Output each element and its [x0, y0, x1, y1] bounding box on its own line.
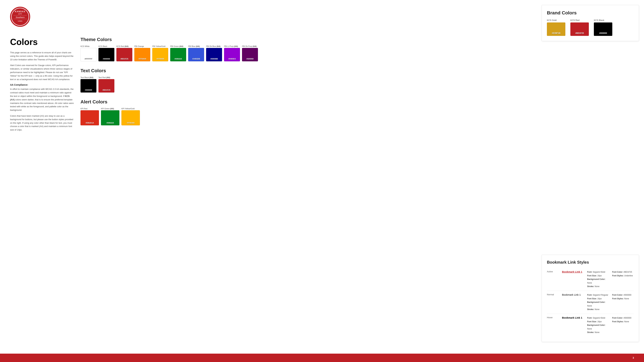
text-colors-title: Text Colors — [80, 68, 634, 73]
brand-swatch-black-box: #000000 — [594, 22, 612, 36]
theme-swatch-kcs-red-label: KCS Red (AA) — [116, 45, 132, 47]
alert-swatches: KPI Red #DB2D1A KPI Green (AA) #008A25 — [80, 108, 634, 125]
logo-area: KANSAS CITY Southern Lines — [10, 7, 30, 27]
alert-colors-section: Alert Colors KPI Red #DB2D1A KPI Green (… — [80, 99, 634, 125]
bookmark-link-active[interactable]: Bookmark Link 1 — [562, 270, 582, 273]
theme-swatch-white-label: KCS White — [80, 45, 96, 47]
theme-swatch-green-box: #008A25 — [170, 48, 186, 61]
kcs-logo: KANSAS CITY Southern Lines — [10, 7, 30, 27]
brand-swatch-red-hex: #BD1F25 — [575, 32, 584, 34]
text-swatch-black: Text Black (AA) #000000 — [80, 76, 96, 92]
alert-swatch-red-hex: #DB2D1A — [86, 122, 94, 124]
theme-swatch-lt-purp-box: #9400D3 — [224, 48, 240, 61]
brand-swatches: KCS Gold #D39F1B KCS Red #BD1F25 KCS Bla… — [547, 19, 632, 36]
svg-text:Southern: Southern — [16, 16, 25, 18]
brand-swatch-gold-label: KCS Gold — [547, 19, 565, 21]
bookmark-link-hover: Bookmark Link 1 — [562, 316, 582, 319]
text-swatch-red: Text Red (AA) #BD1F25 — [98, 76, 114, 92]
bookmark-row-active: Active Bookmark Link 1 Font: SegoeUI Bol… — [547, 268, 634, 291]
theme-swatch-blue: PBI Blue (AA) #3455DB — [188, 45, 204, 61]
bookmark-preview-hover: Bookmark Link 1 — [562, 316, 584, 319]
theme-swatch-kcs-black-label: KCS Black — [98, 45, 114, 47]
bookmark-link-normal: Bookmark Link 1 — [562, 293, 581, 296]
bookmark-specs-hover-right: Font Color: #000000 Font Styles: None — [612, 316, 634, 324]
svg-text:KANSAS: KANSAS — [15, 10, 26, 13]
page-wrapper: KANSAS CITY Southern Lines Brand Colors … — [0, 0, 644, 362]
bookmark-preview-active: Bookmark Link 1 — [562, 270, 584, 273]
alert-colors-title: Alert Colors — [80, 99, 634, 105]
page-number: 3 — [632, 357, 634, 359]
bookmark-specs-active-left: Font: SegoeUI Bold Font Size: 16px Backg… — [587, 270, 609, 289]
bookmark-state-active: Active — [547, 270, 559, 273]
bookmark-preview-normal: Bookmark Link 1 — [562, 293, 584, 296]
alert-swatch-green-box: #008A25 — [101, 110, 120, 125]
bookmark-row-hover: Hover Bookmark Link 1 Font: SegoeUI Bold… — [547, 314, 634, 337]
alert-swatch-yellow-label: KPI Yellow/Gold — [122, 108, 140, 110]
main-content: KANSAS CITY Southern Lines Brand Colors … — [0, 0, 644, 354]
colors-heading: Colors — [10, 37, 74, 47]
text-swatch-red-hex: #BD1F25 — [102, 89, 110, 91]
theme-swatch-kcs-black-box: #000000 — [98, 48, 114, 61]
theme-swatch-kcs-red: KCS Red (AA) #BD1F25 — [116, 45, 132, 61]
aa-compliance-title: AA Compliance: — [10, 83, 74, 86]
theme-swatch-orange-label: PBI Orange — [134, 45, 150, 47]
brand-swatch-black-label: KCS Black — [594, 19, 612, 21]
theme-swatch-orange-hex: #FF8A00 — [138, 58, 146, 60]
theme-swatch-lt-purp-label: PBI Lt Purp (AA) — [224, 45, 240, 47]
theme-swatch-green-label: PBI Green (AA) — [170, 45, 186, 47]
theme-swatch-blue-hex: #3455DB — [192, 58, 200, 60]
theme-swatches: KCS White #FFFFFF KCS Black #000000 — [80, 45, 634, 61]
alert-swatch-green-hex: #008A25 — [106, 122, 114, 124]
theme-swatch-orange: PBI Orange #FF8A00 — [134, 45, 150, 61]
theme-swatch-kcs-red-hex: #BD1F25 — [120, 58, 128, 60]
theme-swatch-dk-purp-box: #600060 — [242, 48, 258, 61]
text-swatches: Text Black (AA) #000000 Text Red (AA) #B… — [80, 76, 634, 92]
theme-swatch-dk-blue-box: #00008B — [206, 48, 222, 61]
theme-swatch-dk-blue-hex: #00008B — [210, 58, 218, 60]
bookmark-row-normal: Normal Bookmark Link 1 Font: SegoeUI Reg… — [547, 291, 634, 314]
bookmark-state-hover: Hover — [547, 316, 559, 319]
footer: 3 — [0, 354, 644, 362]
brand-colors-card: Brand Colors KCS Gold #D39F1B KCS Red #B… — [542, 5, 639, 41]
theme-swatch-lt-purp: PBI Lt Purp (AA) #9400D3 — [224, 45, 240, 61]
text-swatch-black-hex: #000000 — [85, 89, 92, 91]
colors-description-2: Alert Colors are reserved for Gauge colo… — [10, 64, 74, 81]
colors-note: Colors that have been marked (AA) are ok… — [10, 114, 74, 132]
colors-description-1: This page serves as a reference to ensur… — [10, 51, 74, 61]
theme-swatch-yellow-box: #FFB400 — [152, 48, 168, 61]
brand-swatch-gold-box: #D39F1B — [547, 22, 565, 36]
theme-swatch-white: KCS White #FFFFFF — [80, 45, 96, 61]
brand-swatch-gold: KCS Gold #D39F1B — [547, 19, 565, 36]
theme-swatch-dk-blue-label: PBI Dk Blue (AA) — [206, 45, 222, 47]
text-swatch-black-box: #000000 — [80, 79, 96, 92]
alert-swatch-yellow-hex: #FFB400 — [127, 122, 134, 124]
alert-swatch-green-label: KPI Green (AA) — [101, 108, 120, 110]
brand-swatch-red: KCS Red #BD1F25 — [570, 19, 589, 36]
text-colors-section: Text Colors Text Black (AA) #000000 Text… — [80, 68, 634, 92]
brand-swatch-black-hex: #000000 — [599, 32, 607, 34]
theme-swatch-white-hex: #FFFFFF — [84, 58, 92, 60]
bookmark-specs-normal-left: Font: SegoeUI Regular Font Size: 16px Ba… — [587, 293, 609, 311]
text-swatch-black-label: Text Black (AA) — [80, 76, 96, 78]
bookmark-specs-normal-right: Font Color: #000000 Font Styles: None — [612, 293, 634, 301]
theme-swatch-white-box: #FFFFFF — [80, 48, 96, 61]
brand-swatch-gold-hex: #D39F1B — [552, 32, 560, 34]
theme-swatch-lt-purp-hex: #9400D3 — [228, 58, 236, 60]
theme-swatch-green-hex: #008A25 — [174, 58, 182, 60]
brand-colors-title: Brand Colors — [547, 10, 632, 15]
text-swatch-red-label: Text Red (AA) — [98, 76, 114, 78]
bookmark-title: Bookmark Link Styles — [547, 260, 634, 265]
bookmark-specs-active-right: Font Color: #BD1F25 Font Styles: Underli… — [612, 270, 634, 278]
theme-swatch-kcs-red-box: #BD1F25 — [116, 48, 132, 61]
theme-swatch-yellow-label: PBI Yellow/Gold — [152, 45, 168, 47]
theme-swatch-yellow-hex: #FFB400 — [156, 58, 164, 60]
theme-swatch-dk-purp: PBI Dk Purp (AA) #600060 — [242, 45, 258, 61]
bookmark-specs-hover-left: Font: SegoeUI Bold Font Size: 16px Backg… — [587, 316, 609, 334]
alert-swatch-red: KPI Red #DB2D1A — [80, 108, 99, 125]
theme-swatch-green: PBI Green (AA) #008A25 — [170, 45, 186, 61]
alert-swatch-red-box: #DB2D1A — [80, 110, 99, 125]
theme-swatch-orange-box: #FF8A00 — [134, 48, 150, 61]
theme-swatch-yellow: PBI Yellow/Gold #FFB400 — [152, 45, 168, 61]
brand-swatch-black: KCS Black #000000 — [594, 19, 612, 36]
alert-swatch-yellow-box: #FFB400 — [122, 110, 140, 125]
